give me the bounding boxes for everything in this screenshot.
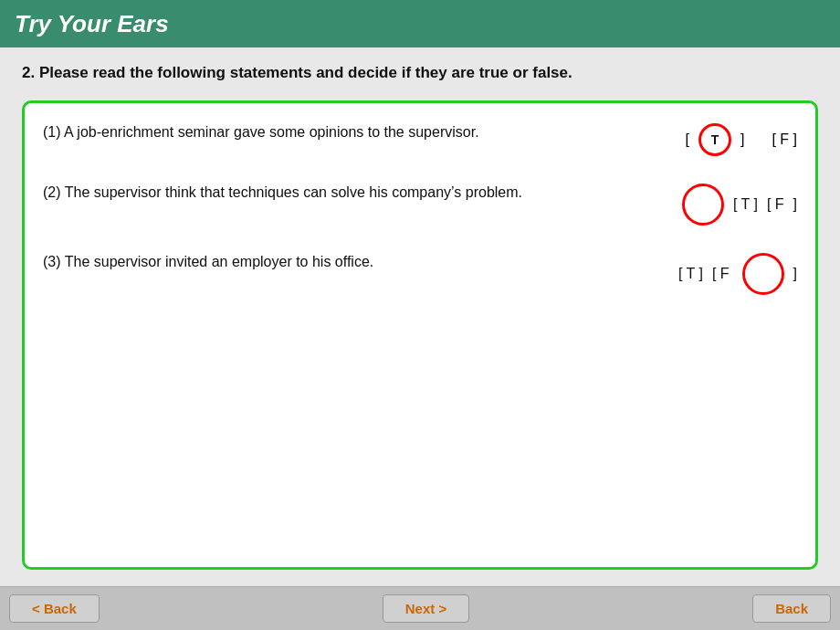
statement-2-f-label: [ F [767, 196, 784, 213]
answer-options-3: [ T ] [ F ] [596, 251, 797, 295]
statement-3-t-label: [ T ] [678, 266, 703, 282]
next-button[interactable]: Next > [383, 594, 469, 623]
statement-1-text: (1) A job-enrichment seminar gave some o… [43, 121, 596, 143]
statement-row-2: (2) The supervisor think that techniques… [43, 182, 797, 226]
statement-2-true-radio[interactable] [682, 184, 724, 226]
statement-row-3: (3) The supervisor invited an employer t… [43, 251, 797, 295]
back-right-button[interactable]: Back [752, 594, 831, 623]
statement-1-true-radio[interactable]: T [698, 123, 731, 156]
header: Try Your Ears [0, 0, 840, 47]
t-bracket-close: ] [740, 131, 744, 148]
statement-2-t-label: [ T ] [733, 196, 758, 213]
statement-3-false-radio[interactable] [742, 253, 784, 295]
footer-center: Next > [383, 594, 469, 623]
exercise-box: (1) A job-enrichment seminar gave some o… [22, 100, 818, 570]
footer: < Back Next > Back [0, 586, 840, 630]
answer-options-2: [ T ] [ F ] [596, 182, 797, 226]
statement-3-f-close: ] [793, 266, 797, 282]
f-label-1: [ F ] [772, 131, 797, 148]
question-instruction: 2. Please read the following statements … [22, 64, 818, 82]
t-bracket-open: [ [686, 131, 689, 148]
back-left-button[interactable]: < Back [9, 594, 100, 623]
statement-row-1: (1) A job-enrichment seminar gave some o… [43, 121, 797, 156]
answer-options-1: [ T ] [ F ] [596, 121, 797, 156]
statement-2-text: (2) The supervisor think that techniques… [43, 182, 596, 204]
statement-2-f-close: ] [793, 196, 797, 213]
page-title: Try Your Ears [15, 10, 169, 38]
statement-3-f-label: [ F [712, 266, 730, 282]
statement-3-text: (3) The supervisor invited an employer t… [43, 251, 596, 273]
main-content: 2. Please read the following statements … [0, 47, 840, 586]
